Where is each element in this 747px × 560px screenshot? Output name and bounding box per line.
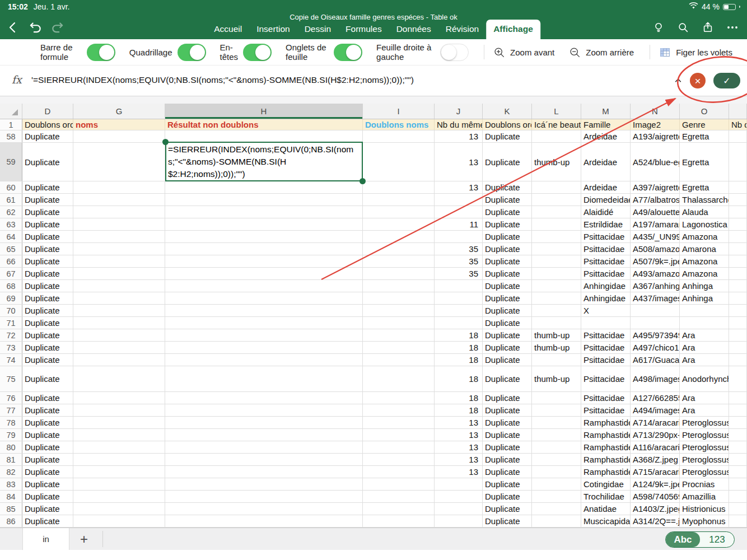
row-header-71[interactable]: 71 (0, 317, 22, 329)
cell[interactable]: Duplicate (22, 429, 73, 441)
cell[interactable] (73, 392, 165, 404)
cell[interactable]: Psittacidae (581, 366, 631, 391)
cell[interactable] (73, 417, 165, 428)
mode-123-button[interactable]: 123 (700, 532, 734, 547)
cell[interactable] (165, 454, 363, 465)
cell[interactable]: Pteroglossus (680, 417, 729, 428)
cell[interactable] (73, 478, 165, 490)
more-icon[interactable] (726, 21, 739, 34)
row-header-84[interactable]: 84 (0, 491, 22, 502)
ribbon-tab-insertion[interactable]: Insertion (249, 20, 297, 39)
cell[interactable] (73, 503, 165, 515)
cell[interactable] (435, 317, 483, 329)
cell[interactable] (165, 441, 363, 453)
cell[interactable]: Duplicate (22, 305, 73, 316)
cell[interactable]: A1403/Z.jpeg (631, 503, 680, 515)
toggle-switch[interactable] (334, 44, 362, 61)
cell[interactable]: 18 (435, 404, 483, 416)
back-icon[interactable] (6, 20, 20, 35)
cell[interactable]: A49/alouette (631, 206, 680, 218)
cell[interactable]: 18 (435, 342, 483, 353)
cell[interactable] (729, 429, 747, 441)
cell[interactable]: Duplicate (483, 280, 532, 292)
cell[interactable] (363, 292, 435, 304)
cell[interactable]: Psittacidae (581, 404, 631, 416)
cell[interactable] (363, 366, 435, 391)
cell[interactable] (532, 218, 581, 230)
cell[interactable] (73, 292, 165, 304)
cell[interactable]: Ramphastidé (581, 466, 631, 478)
cell[interactable]: A495/973949 (631, 329, 680, 341)
cell[interactable]: X (581, 305, 631, 316)
cell[interactable]: Diomedeidae (581, 194, 631, 206)
cell[interactable] (729, 441, 747, 453)
cell[interactable] (73, 130, 165, 142)
cell[interactable]: Duplicate (22, 194, 73, 206)
row-header-81[interactable]: 81 (0, 454, 22, 465)
cell[interactable]: Duplicate (22, 243, 73, 255)
column-header-N[interactable]: N (631, 104, 680, 119)
cell[interactable] (729, 392, 747, 404)
cell[interactable]: A498/images (631, 366, 680, 391)
cell[interactable]: A437/images (631, 292, 680, 304)
collapse-formula-bar-icon[interactable] (674, 77, 682, 85)
cell[interactable] (73, 206, 165, 218)
cell[interactable]: Duplicate (483, 454, 532, 465)
cell[interactable]: Lagonostica (680, 218, 729, 230)
cell[interactable] (729, 194, 747, 206)
cell[interactable]: Duplicate (22, 515, 73, 527)
cell[interactable] (532, 255, 581, 267)
cell[interactable]: Duplicate (483, 417, 532, 428)
cell[interactable] (363, 243, 435, 255)
cell[interactable]: 13 (435, 441, 483, 453)
cell[interactable] (165, 268, 363, 279)
cell[interactable]: Duplicate (483, 292, 532, 304)
cell[interactable]: Duplicate (22, 491, 73, 502)
cell[interactable]: 13 (435, 429, 483, 441)
cell[interactable]: 18 (435, 329, 483, 341)
cell[interactable]: Duplicate (483, 329, 532, 341)
cell[interactable] (363, 255, 435, 267)
cell[interactable] (729, 366, 747, 391)
cell[interactable]: Ardeidae (581, 143, 631, 181)
cell[interactable] (363, 305, 435, 316)
cell[interactable]: Duplicate (483, 491, 532, 502)
cell[interactable]: Alauda (680, 206, 729, 218)
cell[interactable] (729, 255, 747, 267)
row-header-73[interactable]: 73 (0, 342, 22, 353)
cell[interactable]: Ara (680, 392, 729, 404)
cell[interactable] (532, 478, 581, 490)
column-header-H[interactable]: H (165, 104, 363, 119)
cell[interactable] (363, 441, 435, 453)
cell[interactable] (435, 515, 483, 527)
cell[interactable] (363, 466, 435, 478)
cell[interactable] (435, 231, 483, 242)
cell[interactable]: A508/amazon (631, 243, 680, 255)
column-header-J[interactable]: J (435, 104, 483, 119)
cell[interactable] (73, 366, 165, 391)
cell[interactable] (532, 491, 581, 502)
cell[interactable] (73, 268, 165, 279)
cell[interactable] (435, 194, 483, 206)
cell[interactable] (729, 454, 747, 465)
cell[interactable]: Duplicate (483, 466, 532, 478)
cell[interactable] (435, 491, 483, 502)
cell[interactable] (73, 466, 165, 478)
row-header-60[interactable]: 60 (0, 181, 22, 193)
row-header-74[interactable]: 74 (0, 354, 22, 366)
cell[interactable]: Ardeidae (581, 130, 631, 142)
cell[interactable] (363, 515, 435, 527)
add-sheet-button[interactable]: + (73, 528, 95, 550)
cell[interactable] (363, 317, 435, 329)
header-cell[interactable]: Doublons orc (22, 119, 73, 130)
cell[interactable] (165, 515, 363, 527)
cell[interactable]: Anatidae (581, 503, 631, 515)
cell[interactable] (363, 491, 435, 502)
cell[interactable]: Duplicate (483, 194, 532, 206)
cell[interactable]: Psittacidae (581, 392, 631, 404)
cell[interactable] (363, 280, 435, 292)
cell[interactable]: Psittacidae (581, 231, 631, 242)
cell[interactable]: 18 (435, 392, 483, 404)
cell[interactable] (363, 478, 435, 490)
header-cell[interactable]: Nb du même (435, 119, 483, 130)
